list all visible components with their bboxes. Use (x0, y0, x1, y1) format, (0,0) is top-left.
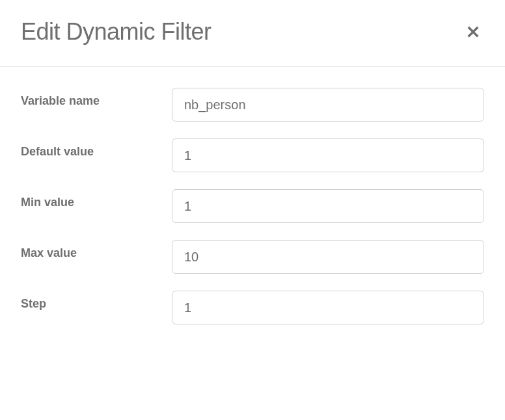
default-value-input[interactable] (172, 138, 484, 172)
min-value-input[interactable] (172, 189, 484, 223)
default-value-label: Default value (21, 138, 172, 159)
dialog-header: Edit Dynamic Filter (0, 0, 505, 67)
variable-name-row: Variable name (21, 88, 484, 122)
min-value-label: Min value (21, 189, 172, 209)
max-value-input[interactable] (172, 240, 484, 274)
step-label: Step (21, 291, 172, 311)
close-icon (465, 23, 482, 40)
default-value-row: Default value (21, 138, 484, 172)
variable-name-input[interactable] (172, 88, 484, 122)
min-value-row: Min value (21, 189, 484, 223)
max-value-row: Max value (21, 240, 484, 274)
edit-dynamic-filter-dialog: Edit Dynamic Filter Variable name Defaul… (0, 0, 505, 362)
step-row: Step (21, 291, 484, 324)
step-input[interactable] (172, 291, 484, 324)
close-button[interactable] (462, 21, 484, 43)
max-value-label: Max value (21, 240, 172, 260)
variable-name-label: Variable name (21, 88, 172, 108)
dialog-body: Variable name Default value Min value Ma… (0, 67, 505, 362)
dialog-title: Edit Dynamic Filter (21, 18, 212, 46)
